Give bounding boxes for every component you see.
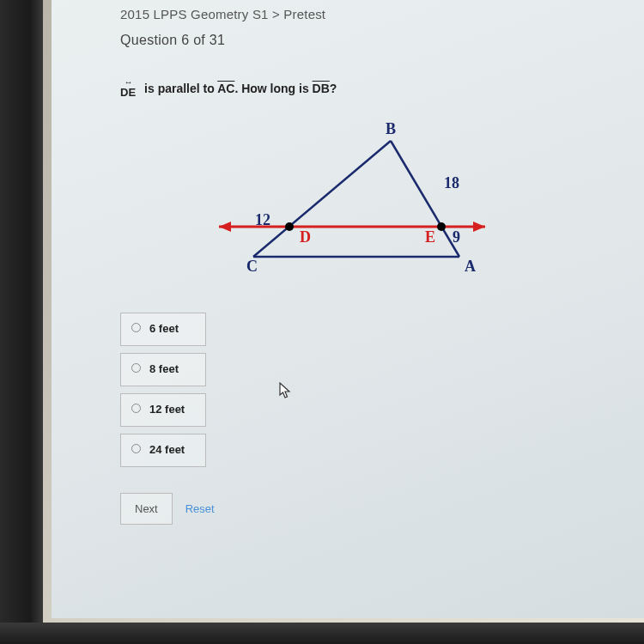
question-counter: Question 6 of 31 bbox=[120, 33, 575, 48]
geometry-figure: B 18 12 D E 9 C A bbox=[185, 115, 511, 287]
svg-point-7 bbox=[437, 222, 446, 231]
label-b: B bbox=[386, 120, 396, 137]
option-label: 6 feet bbox=[149, 322, 179, 337]
reset-button[interactable]: Reset bbox=[185, 502, 215, 515]
option-d[interactable]: 24 feet bbox=[120, 434, 206, 467]
option-a[interactable]: 6 feet bbox=[120, 313, 206, 346]
answer-options: 6 feet 8 feet 12 feet 24 feet bbox=[120, 313, 575, 467]
svg-line-3 bbox=[253, 141, 391, 257]
label-12: 12 bbox=[255, 211, 270, 228]
line-de-symbol: ↔ DE bbox=[120, 78, 136, 98]
question-text: is parallel to AC. How long is DB? bbox=[144, 82, 337, 95]
option-b[interactable]: 8 feet bbox=[120, 353, 206, 386]
svg-point-6 bbox=[285, 222, 294, 231]
radio-icon bbox=[131, 444, 141, 453]
label-9: 9 bbox=[453, 228, 460, 246]
next-button[interactable]: Next bbox=[120, 493, 173, 525]
label-e: E bbox=[425, 228, 435, 246]
monitor-bezel-left bbox=[0, 0, 43, 644]
action-buttons: Next Reset bbox=[120, 493, 575, 525]
label-a: A bbox=[465, 258, 476, 275]
label-18: 18 bbox=[444, 174, 459, 191]
label-c: C bbox=[246, 258, 258, 275]
radio-icon bbox=[131, 363, 141, 373]
svg-marker-1 bbox=[219, 222, 231, 232]
screen-content: 2015 LPPS Geometry S1 > Pretest Question… bbox=[52, 0, 644, 618]
radio-icon bbox=[131, 404, 141, 413]
monitor-bezel-bottom bbox=[0, 623, 644, 644]
breadcrumb[interactable]: 2015 LPPS Geometry S1 > Pretest bbox=[52, 0, 644, 28]
option-label: 8 feet bbox=[149, 362, 179, 377]
label-d: D bbox=[300, 228, 311, 246]
radio-icon bbox=[131, 323, 141, 332]
option-c[interactable]: 12 feet bbox=[120, 393, 206, 427]
option-label: 24 feet bbox=[149, 443, 185, 458]
question-prompt: ↔ DE is parallel to AC. How long is DB? bbox=[120, 78, 575, 98]
option-label: 12 feet bbox=[149, 403, 185, 417]
svg-marker-2 bbox=[473, 222, 485, 232]
